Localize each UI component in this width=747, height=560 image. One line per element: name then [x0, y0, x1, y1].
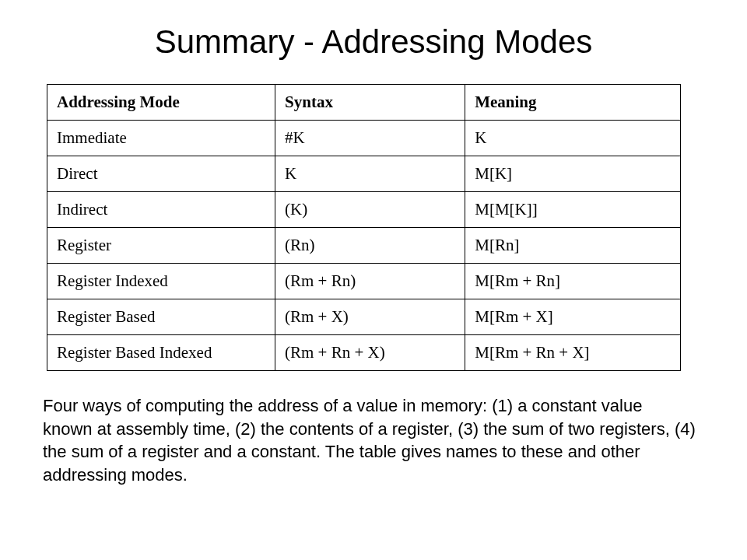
cell-mode: Register Based [47, 299, 275, 335]
cell-meaning: M[Rn] [465, 228, 681, 264]
cell-mode: Direct [47, 156, 275, 192]
cell-meaning: M[Rm + Rn + X] [465, 335, 681, 371]
table-row: Register (Rn) M[Rn] [47, 228, 681, 264]
cell-syntax: (Rn) [275, 228, 465, 264]
cell-meaning: M[K] [465, 156, 681, 192]
cell-mode: Register [47, 228, 275, 264]
cell-mode: Register Indexed [47, 264, 275, 299]
cell-meaning: K [465, 121, 681, 156]
addressing-modes-table: Addressing Mode Syntax Meaning Immediate… [47, 84, 681, 371]
cell-mode: Indirect [47, 192, 275, 228]
addressing-modes-table-container: Addressing Mode Syntax Meaning Immediate… [47, 84, 681, 371]
cell-syntax: K [275, 156, 465, 192]
table-row: Direct K M[K] [47, 156, 681, 192]
cell-meaning: M[M[K]] [465, 192, 681, 228]
cell-syntax: (Rm + Rn) [275, 264, 465, 299]
footer-description: Four ways of computing the address of a … [35, 394, 712, 487]
cell-syntax: (K) [275, 192, 465, 228]
slide-title: Summary - Addressing Modes [35, 23, 712, 61]
header-addressing-mode: Addressing Mode [47, 85, 275, 121]
table-row: Register Indexed (Rm + Rn) M[Rm + Rn] [47, 264, 681, 299]
cell-syntax: (Rm + X) [275, 299, 465, 335]
header-meaning: Meaning [465, 85, 681, 121]
cell-syntax: #K [275, 121, 465, 156]
table-row: Register Based (Rm + X) M[Rm + X] [47, 299, 681, 335]
table-row: Indirect (K) M[M[K]] [47, 192, 681, 228]
cell-mode: Immediate [47, 121, 275, 156]
table-row: Immediate #K K [47, 121, 681, 156]
table-row: Register Based Indexed (Rm + Rn + X) M[R… [47, 335, 681, 371]
cell-meaning: M[Rm + X] [465, 299, 681, 335]
cell-mode: Register Based Indexed [47, 335, 275, 371]
table-header-row: Addressing Mode Syntax Meaning [47, 85, 681, 121]
cell-syntax: (Rm + Rn + X) [275, 335, 465, 371]
header-syntax: Syntax [275, 85, 465, 121]
cell-meaning: M[Rm + Rn] [465, 264, 681, 299]
